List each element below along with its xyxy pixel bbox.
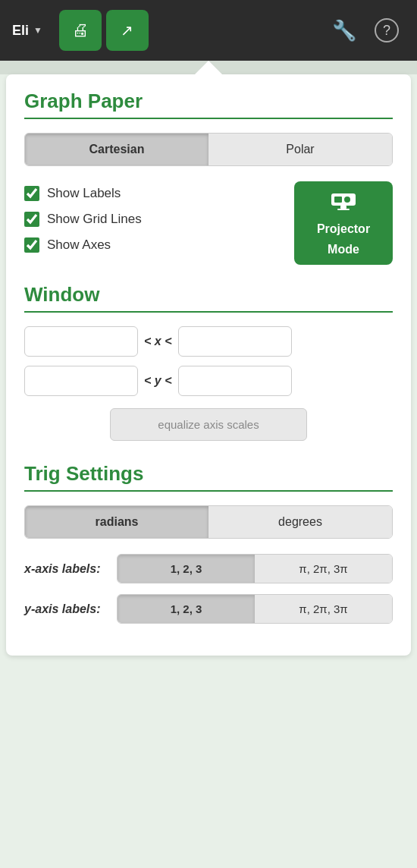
y-numeric-label-btn[interactable]: 1, 2, 3	[118, 595, 255, 623]
y-max-input[interactable]: 1.357	[178, 366, 292, 396]
projector-mode-button[interactable]: Projector Mode	[294, 181, 393, 265]
graph-paper-section: Graph Paper Cartesian Polar Show Labels …	[24, 90, 393, 265]
x-min-input[interactable]: -0.882	[24, 326, 138, 357]
help-icon: ?	[375, 18, 399, 42]
show-grid-lines-row[interactable]: Show Grid Lines	[24, 212, 142, 227]
graph-type-toggle: Cartesian Polar	[24, 133, 393, 166]
svg-rect-3	[340, 206, 346, 209]
y-min-input[interactable]: -0.4521	[24, 366, 138, 396]
show-labels-row[interactable]: Show Labels	[24, 186, 142, 201]
x-max-input[interactable]: 1.618	[178, 326, 292, 357]
polar-tab[interactable]: Polar	[208, 134, 392, 165]
window-section: Window -0.882 < x < 1.618 -0.4521 < y < …	[24, 283, 393, 441]
x-axis-labels-row: x-axis labels: 1, 2, 3 π, 2π, 3π	[24, 554, 393, 583]
cartesian-tab[interactable]: Cartesian	[25, 134, 208, 165]
graph-paper-title: Graph Paper	[24, 90, 393, 113]
window-inputs: -0.882 < x < 1.618 -0.4521 < y < 1.357	[24, 326, 393, 396]
graph-paper-divider	[24, 118, 393, 119]
user-name: Eli	[12, 23, 29, 39]
x-range-row: -0.882 < x < 1.618	[24, 326, 393, 357]
show-axes-text: Show Axes	[47, 237, 111, 253]
projector-icon	[330, 189, 357, 217]
trig-title: Trig Settings	[24, 462, 393, 486]
user-menu[interactable]: Eli ▼	[12, 23, 42, 39]
equalize-axis-button[interactable]: equalize axis scales	[110, 408, 307, 441]
x-pi-label-btn[interactable]: π, 2π, 3π	[255, 555, 392, 583]
show-grid-lines-checkbox[interactable]	[24, 212, 39, 227]
y-inequality: < y <	[144, 374, 172, 388]
share-icon: ↗	[121, 21, 133, 39]
checkboxes-col: Show Labels Show Grid Lines Show Axes	[24, 186, 142, 260]
toolbar: Eli ▼ 🖨 ↗ 🔧 ?	[0, 0, 417, 61]
show-labels-text: Show Labels	[47, 186, 121, 201]
svg-rect-4	[337, 209, 350, 210]
chevron-down-icon: ▼	[33, 25, 42, 36]
wrench-button[interactable]: 🔧	[326, 16, 362, 46]
x-axis-label-toggle: 1, 2, 3 π, 2π, 3π	[117, 554, 393, 583]
print-button[interactable]: 🖨	[59, 10, 102, 51]
x-numeric-label-btn[interactable]: 1, 2, 3	[118, 555, 255, 583]
y-axis-labels-row: y-axis labels: 1, 2, 3 π, 2π, 3π	[24, 594, 393, 624]
angle-mode-toggle: radians degrees	[24, 505, 393, 539]
projector-mode-line2: Mode	[328, 242, 359, 258]
x-axis-label-text: x-axis labels:	[24, 562, 108, 576]
y-axis-label-toggle: 1, 2, 3 π, 2π, 3π	[117, 594, 393, 624]
trig-section: Trig Settings radians degrees x-axis lab…	[24, 462, 393, 624]
show-labels-checkbox[interactable]	[24, 186, 39, 201]
radians-tab[interactable]: radians	[25, 506, 208, 538]
wrench-icon: 🔧	[332, 19, 356, 42]
main-panel: Graph Paper Cartesian Polar Show Labels …	[6, 74, 411, 656]
share-button[interactable]: ↗	[106, 10, 149, 51]
svg-rect-1	[334, 197, 342, 203]
degrees-tab[interactable]: degrees	[208, 506, 392, 538]
x-inequality: < x <	[144, 335, 172, 348]
trig-divider	[24, 490, 393, 492]
help-button[interactable]: ?	[368, 15, 405, 46]
window-title: Window	[24, 283, 393, 307]
y-axis-label-text: y-axis labels:	[24, 602, 108, 616]
y-pi-label-btn[interactable]: π, 2π, 3π	[255, 595, 392, 623]
tooltip-arrow	[195, 61, 222, 74]
show-axes-checkbox[interactable]	[24, 237, 39, 253]
window-divider	[24, 311, 393, 313]
projector-mode-line1: Projector	[317, 222, 370, 237]
print-icon: 🖨	[72, 20, 89, 40]
svg-point-2	[344, 197, 350, 203]
show-axes-row[interactable]: Show Axes	[24, 237, 142, 253]
show-grid-lines-text: Show Grid Lines	[47, 212, 142, 227]
y-range-row: -0.4521 < y < 1.357	[24, 366, 393, 396]
options-row: Show Labels Show Grid Lines Show Axes	[24, 181, 393, 265]
